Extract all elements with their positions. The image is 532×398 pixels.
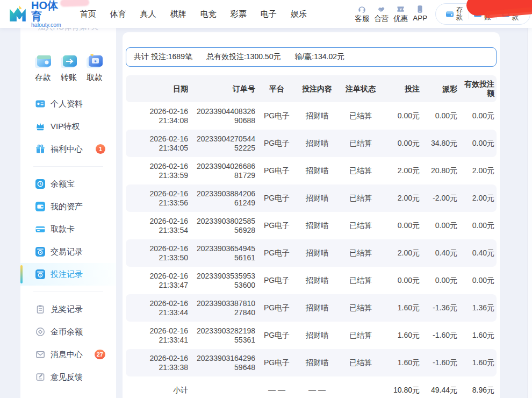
cell-payout: 0.40元	[422, 239, 459, 267]
table-row: 2026-02-1621:34:082023390440832690688PG电…	[126, 102, 497, 130]
cell-platform: PG电子	[257, 239, 296, 267]
sidebar-item-意见反馈[interactable]: 意见反馈	[20, 366, 116, 388]
record-tile-icon	[35, 247, 45, 257]
sidebar-quick-label: 转账	[59, 73, 78, 83]
sidebar-item-label: 交易记录	[51, 247, 83, 257]
notification-badge: 27	[95, 350, 105, 359]
cell-datetime: 2026-02-1621:33:44	[126, 294, 190, 322]
brand-domain: halouty.com	[31, 22, 61, 28]
sidebar-quick-label: 存款	[33, 73, 53, 83]
cell-bet-content: 招财喵	[296, 349, 338, 376]
sidebar-quick-1[interactable]: 转账	[59, 53, 78, 83]
bet-records-table: 日期订单号平台投注内容注单状态投注派彩有效投注额 2026-02-1621:34…	[126, 75, 497, 398]
header-quick-links: 客服合营¥优惠APP	[353, 5, 430, 24]
sidebar-quick-2[interactable]: ¥取款	[85, 53, 104, 83]
sidebar-item-我的资产[interactable]: 我的资产	[20, 195, 116, 218]
cell-bet-content: 招财喵	[296, 102, 338, 130]
table-row: 2026-02-1621:33:502023390365494556161PG电…	[126, 239, 497, 267]
cell-bet-content: 招财喵	[296, 184, 338, 212]
brand-logo[interactable]: HO体育 halouty.com	[8, 0, 61, 28]
nav-item-6[interactable]: 电子	[254, 9, 284, 19]
nav-item-5[interactable]: 彩票	[224, 9, 254, 19]
cell-datetime: 2026-02-1621:33:56	[126, 184, 190, 212]
quick-link-合营[interactable]: 合营	[372, 5, 391, 24]
cell-bet-amount: 0.00元	[383, 267, 422, 294]
cell-status: 已结算	[338, 267, 383, 294]
sidebar-item-投注记录[interactable]: 投注记录	[20, 263, 116, 286]
cell-datetime: 2026-02-1621:34:05	[126, 130, 190, 157]
nav-item-0[interactable]: 首页	[73, 9, 103, 19]
nav-item-3[interactable]: 棋牌	[163, 9, 193, 19]
page-scrollbar[interactable]	[527, 28, 532, 398]
cell-payout: -1.60元	[422, 349, 459, 376]
cell-bet-content: 招财喵	[296, 239, 338, 267]
sidebar-item-label: 我的资产	[51, 202, 83, 212]
cell-platform: PG电子	[257, 267, 296, 294]
quick-link-label: APP	[411, 14, 430, 22]
redaction-scribble	[60, 0, 89, 7]
sidebar-quick-0[interactable]: 存款	[33, 53, 53, 83]
table-row: 2026-02-1621:33:562023390388420661249PG电…	[126, 184, 497, 212]
coupon-icon: ¥	[391, 5, 411, 14]
cell-order-number: 2023390427054452225	[190, 130, 257, 157]
table-row: 2026-02-1621:33:412023390328219855361PG电…	[126, 322, 497, 349]
sidebar-item-label: 意见反馈	[51, 372, 83, 382]
cell-status: 已结算	[338, 349, 383, 376]
footer-content-dash: — —	[296, 376, 338, 398]
quick-link-label: 合营	[372, 14, 391, 24]
nav-item-7[interactable]: 娱乐	[284, 9, 314, 19]
coin-icon	[35, 327, 45, 337]
clock-tile-icon	[35, 179, 45, 189]
sidebar-divider	[33, 166, 103, 167]
sidebar-item-VIP特权[interactable]: VIP特权	[20, 115, 116, 138]
bet-records-panel: 共计 投注:1689笔 总有效投注:1300.50元 输/赢:134.02元 日…	[123, 32, 500, 398]
sidebar-item-福利中心[interactable]: 福利中心1	[20, 138, 116, 160]
table-header-row: 日期订单号平台投注内容注单状态投注派彩有效投注额	[126, 75, 497, 102]
cell-payout: 34.80元	[422, 130, 459, 157]
sidebar-item-余额宝[interactable]: 余额宝	[20, 173, 116, 195]
summary-winloss: 输/赢:134.02元	[294, 52, 344, 62]
cell-status: 已结算	[338, 212, 383, 239]
nav-item-4[interactable]: 电竞	[193, 9, 224, 19]
cell-valid-bet: 1.60元	[459, 322, 497, 349]
cell-order-number: 2023390380258556928	[190, 212, 257, 239]
table-row: 2026-02-1621:33:592023390402668681729PG电…	[126, 157, 497, 184]
gift-icon	[35, 144, 45, 154]
quick-link-客服[interactable]: 客服	[353, 5, 372, 24]
svg-text:¥: ¥	[400, 7, 402, 11]
sidebar-item-label: 金币余额	[51, 327, 83, 337]
sidebar-item-label: VIP特权	[51, 122, 80, 132]
cell-platform: PG电子	[257, 322, 296, 349]
pill-item-0[interactable]: 存款	[441, 7, 469, 21]
sidebar-item-取款卡[interactable]: 取款卡	[20, 218, 116, 240]
sidebar-item-label: 投注记录	[51, 269, 83, 280]
quick-link-优惠[interactable]: ¥优惠	[391, 5, 411, 24]
col-header-1: 订单号	[190, 75, 257, 102]
sidebar-item-label: 福利中心	[51, 144, 83, 154]
col-header-6: 派彩	[422, 75, 459, 102]
sidebar-item-交易记录[interactable]: 交易记录	[20, 240, 116, 263]
sidebar-item-消息中心[interactable]: 消息中心27	[20, 343, 116, 366]
cell-datetime: 2026-02-1621:33:41	[126, 322, 190, 349]
cell-platform: PG电子	[257, 130, 296, 157]
cell-bet-amount: 2.00元	[383, 239, 422, 267]
quick-link-APP[interactable]: APP	[411, 5, 430, 24]
table-row: 2026-02-1621:33:472023390353595353600PG电…	[126, 267, 497, 294]
sidebar-menu: 个人资料VIP特权福利中心1余额宝我的资产取款卡交易记录投注记录兑奖记录金币余额…	[20, 93, 116, 388]
nav-item-2[interactable]: 真人	[133, 9, 163, 19]
cell-valid-bet: 0.00元	[459, 102, 497, 130]
cell-valid-bet: 0.00元	[459, 267, 497, 294]
cell-datetime: 2026-02-1621:33:50	[126, 239, 190, 267]
sidebar-item-个人资料[interactable]: 个人资料	[20, 93, 116, 115]
clipboard-icon	[35, 304, 45, 314]
footer-valid-total: 8.96元	[459, 376, 497, 398]
crown-icon	[35, 122, 45, 131]
sidebar-item-label: 兑奖记录	[51, 304, 83, 315]
quick-link-label: 优惠	[391, 14, 411, 24]
sidebar-item-金币余额[interactable]: 金币余额	[20, 321, 116, 343]
sidebar-item-兑奖记录[interactable]: 兑奖记录	[20, 298, 116, 321]
cell-bet-amount: 0.00元	[383, 130, 422, 157]
cell-payout: 0.00元	[422, 102, 459, 130]
nav-item-1[interactable]: 体育	[103, 9, 133, 19]
cell-datetime: 2026-02-1621:33:47	[126, 267, 190, 294]
